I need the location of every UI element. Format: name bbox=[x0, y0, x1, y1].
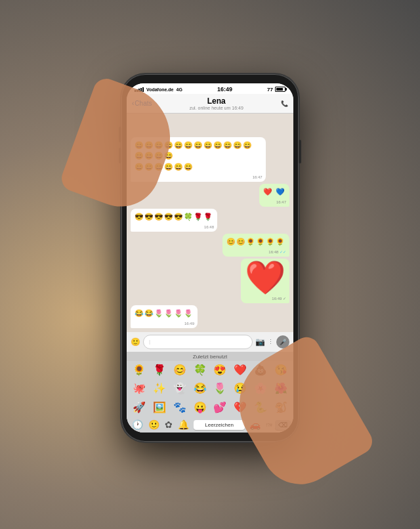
battery-percent: 77 bbox=[267, 87, 273, 93]
camera-button[interactable]: 📷 bbox=[255, 337, 265, 347]
emoji-smile[interactable]: 😊 bbox=[170, 363, 190, 377]
message-content: ❤️ 💙 bbox=[263, 188, 285, 196]
carrier-label: Vodafone.de bbox=[146, 87, 173, 92]
emoji-hearteyes[interactable]: 😍 bbox=[211, 363, 230, 377]
message-input[interactable]: | bbox=[143, 335, 253, 349]
emoji-picture[interactable]: 🖼️ bbox=[150, 400, 169, 415]
emoji-ghost[interactable]: 👻 bbox=[170, 381, 190, 396]
emoji-laugh[interactable]: 😂 bbox=[190, 381, 210, 396]
message-bubble: 😂😂🌷🌷🌷🌷 16:49 bbox=[131, 305, 198, 328]
emoji-input-icon[interactable]: 🙂 bbox=[131, 337, 140, 347]
status-right: 77 bbox=[267, 87, 285, 93]
message-time: 16:49 bbox=[184, 322, 194, 327]
bell-key[interactable]: 🔔 bbox=[175, 418, 192, 431]
message-time: 16:47 bbox=[276, 200, 286, 205]
message-bubble: 😎😎😎😎😎🍀🌹🌹 16:48 bbox=[131, 209, 217, 232]
status-time: 16:49 bbox=[217, 86, 232, 93]
emoji-paw[interactable]: 🐾 bbox=[170, 400, 190, 415]
message-bubble: ❤️ 💙 16:47 bbox=[259, 184, 289, 207]
flower-key[interactable]: ✿ bbox=[162, 418, 175, 431]
message-bubble: 😊😊🌻🌻🌻🌻 16:48 bbox=[222, 234, 289, 257]
contact-status: zul. online heute um 16:49 bbox=[190, 106, 243, 110]
space-key[interactable]: Leerzeichen bbox=[194, 420, 245, 430]
message-content: 😂😂🌷🌷🌷🌷 bbox=[135, 309, 194, 317]
emoji-octopus[interactable]: 🐙 bbox=[129, 381, 149, 396]
mic-icon: 🎤 bbox=[280, 339, 287, 345]
emoji-two-hearts[interactable]: 💕 bbox=[211, 400, 230, 415]
network-label: 4G bbox=[176, 87, 182, 92]
message-time: 16:47 bbox=[253, 175, 262, 180]
status-bar: Vodafone.de 4G 16:49 77 bbox=[127, 83, 293, 94]
message-time: 16:49 bbox=[272, 297, 286, 302]
input-area: 🙂 | 📷 ⋮ 🎤 bbox=[127, 332, 293, 352]
emoji-rose[interactable]: 🌹 bbox=[150, 363, 169, 377]
more-button[interactable]: ⋮ bbox=[268, 339, 274, 345]
video-icon: 📞 bbox=[281, 100, 288, 107]
signal-bar-5 bbox=[142, 87, 144, 92]
message-content: 😊😊🌻🌻🌻🌻 bbox=[226, 238, 285, 245]
contact-name: Lena bbox=[190, 96, 243, 106]
emoji-tulip[interactable]: 🌷 bbox=[211, 381, 230, 396]
big-heart-emoji: ❤️ bbox=[245, 261, 285, 294]
nav-right[interactable]: 📞 bbox=[281, 100, 288, 107]
power-button[interactable] bbox=[299, 140, 301, 163]
smiley-key[interactable]: 🙂 bbox=[146, 418, 162, 431]
message-time: 16:48 bbox=[268, 250, 286, 255]
input-cursor: | bbox=[149, 339, 150, 345]
message-time: 16:48 bbox=[204, 225, 214, 230]
battery-icon bbox=[275, 87, 285, 92]
emoji-rocket[interactable]: 🚀 bbox=[129, 400, 149, 415]
emoji-sunflower[interactable]: 🌻 bbox=[129, 363, 149, 377]
message-content: 😎😎😎😎😎🍀🌹🌹 bbox=[135, 213, 213, 221]
nav-title-block: Lena zul. online heute um 16:49 bbox=[190, 96, 243, 110]
battery-fill bbox=[276, 88, 283, 91]
phone: Vodafone.de 4G 16:49 77 ‹ Chats Lena zul… bbox=[121, 74, 299, 442]
emoji-clover[interactable]: 🍀 bbox=[190, 363, 210, 377]
emoji-tongue[interactable]: 😛 bbox=[190, 400, 210, 415]
emoji-sparkles[interactable]: ✨ bbox=[150, 381, 169, 396]
big-heart-bubble: ❤️ 16:49 bbox=[241, 259, 289, 303]
